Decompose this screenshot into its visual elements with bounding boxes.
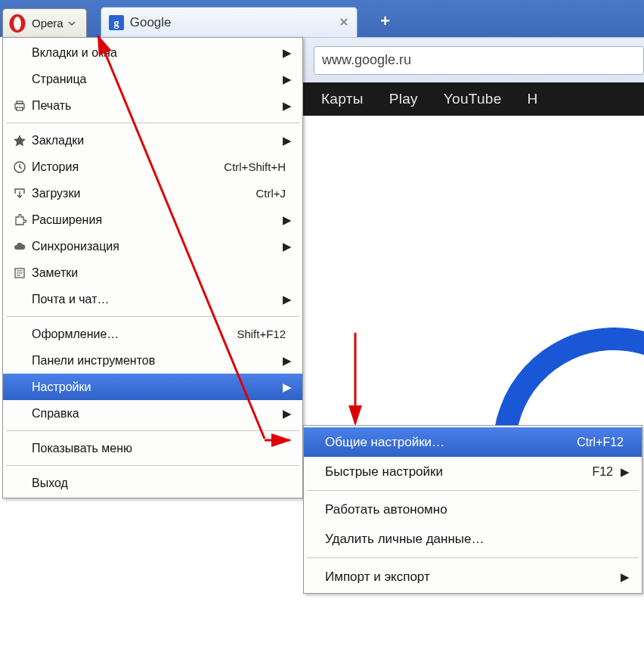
opera-menu-label: Opera [32,17,63,29]
svg-rect-6 [17,107,23,110]
menu-shortcut: Ctrl+Shift+H [224,160,286,173]
menu-label: Страница [32,73,281,86]
menu-separator [6,123,299,123]
tab-google[interactable]: g Google [101,7,358,37]
menu-separator [307,557,639,558]
menu-label: Показывать меню [32,442,292,455]
svg-rect-5 [17,101,23,104]
star-icon [8,134,32,147]
submenu-arrow-icon: ▶ [281,380,292,394]
nav-news[interactable]: Н [528,91,538,107]
submenu-shortcut: F12 [592,465,613,479]
submenu-arrow-icon: ▶ [281,46,292,60]
submenu-label: Работать автономно [325,502,630,517]
download-icon [8,187,32,200]
submenu-arrow-icon: ▶ [281,99,292,113]
menu-history[interactable]: История Ctrl+Shift+H [3,154,302,180]
menu-separator [6,316,299,317]
menu-label: Синхронизация [32,240,281,253]
menu-label: Справка [32,407,281,421]
clock-icon [8,160,32,174]
new-tab-button[interactable]: + [373,8,398,34]
menu-extensions[interactable]: Расширения ▶ [3,206,302,233]
menu-exit[interactable]: Выход [3,470,302,496]
submenu-arrow-icon: ▶ [281,134,292,147]
svg-point-1 [14,17,21,30]
toolbar: www.google.ru [303,37,644,82]
opera-main-menu: Вкладки и окна ▶ Страница ▶ Печать ▶ Зак… [2,37,303,498]
svg-text:g: g [113,17,119,29]
tab-title: Google [130,15,172,30]
settings-submenu: Общие настройки… Ctrl+F12 Быстрые настро… [303,425,642,594]
menu-toolbars[interactable]: Панели инструментов ▶ [3,347,302,374]
menu-label: Заметки [32,266,292,280]
submenu-arrow-icon: ▶ [281,240,292,253]
submenu-general-settings[interactable]: Общие настройки… Ctrl+F12 [304,427,642,457]
submenu-arrow-icon: ▶ [281,213,292,227]
submenu-quick-settings[interactable]: Быстрые настройки F12 ▶ [304,457,642,486]
menu-shortcut: Shift+F12 [237,328,286,340]
submenu-label: Быстрые настройки [325,464,592,480]
printer-icon [8,99,32,113]
tab-close-button[interactable] [337,15,351,29]
menu-label: Настройки [32,380,281,394]
menu-label: Печать [32,99,281,113]
submenu-label: Удалить личные данные… [325,532,630,547]
submenu-arrow-icon: ▶ [281,354,292,368]
nav-play[interactable]: Play [389,91,418,107]
menu-downloads[interactable]: Загрузки Ctrl+J [3,180,302,206]
menu-label: Оформление… [32,328,237,341]
submenu-arrow-icon: ▶ [281,293,292,306]
menu-label: Расширения [32,213,281,227]
chevron-down-icon [68,20,76,27]
opera-menu-button[interactable]: Opera [2,8,87,37]
menu-show-menu[interactable]: Показывать меню [3,435,302,461]
menu-mail-chat[interactable]: Почта и чат… ▶ [3,286,302,312]
google-nav: Карты Play YouTube Н [303,82,644,116]
menu-shortcut: Ctrl+J [255,187,286,200]
submenu-label: Импорт и экспорт [325,570,619,585]
tab-strip: Opera g Google + [0,0,644,37]
submenu-arrow-icon: ▶ [619,465,630,479]
cloud-icon [8,240,32,253]
nav-youtube[interactable]: YouTube [444,91,502,107]
close-icon [339,17,348,26]
opera-logo-icon [8,14,27,33]
menu-label: Выход [32,477,292,490]
menu-separator [307,490,639,491]
menu-help[interactable]: Справка ▶ [3,400,302,427]
menu-label: Загрузки [32,187,255,200]
menu-print[interactable]: Печать ▶ [3,92,302,119]
menu-label: Вкладки и окна [32,46,281,60]
menu-separator [6,465,299,466]
note-icon [8,266,32,280]
submenu-import-export[interactable]: Импорт и экспорт ▶ [304,562,642,591]
menu-label: Закладки [32,134,281,147]
address-url: www.google.ru [322,52,411,68]
menu-notes[interactable]: Заметки [3,259,302,286]
submenu-delete-private-data[interactable]: Удалить личные данные… [304,524,642,554]
google-favicon-icon: g [109,15,124,30]
submenu-shortcut: Ctrl+F12 [577,436,624,449]
address-bar[interactable]: www.google.ru [314,46,644,75]
menu-appearance[interactable]: Оформление… Shift+F12 [3,321,302,347]
submenu-arrow-icon: ▶ [619,570,630,584]
menu-label: Почта и чат… [32,293,281,306]
submenu-arrow-icon: ▶ [281,407,292,421]
menu-page[interactable]: Страница ▶ [3,66,302,92]
submenu-label: Общие настройки… [325,435,577,450]
plus-icon: + [380,11,390,31]
menu-sync[interactable]: Синхронизация ▶ [3,233,302,259]
menu-bookmarks[interactable]: Закладки ▶ [3,127,302,154]
menu-label: Панели инструментов [32,354,281,368]
submenu-work-offline[interactable]: Работать автономно [304,495,642,524]
nav-maps[interactable]: Карты [321,91,364,107]
menu-settings[interactable]: Настройки ▶ [3,374,302,400]
submenu-arrow-icon: ▶ [281,73,292,86]
menu-tabs-windows[interactable]: Вкладки и окна ▶ [3,39,302,66]
menu-label: История [32,160,224,174]
menu-separator [6,430,299,431]
puzzle-icon [8,213,32,227]
